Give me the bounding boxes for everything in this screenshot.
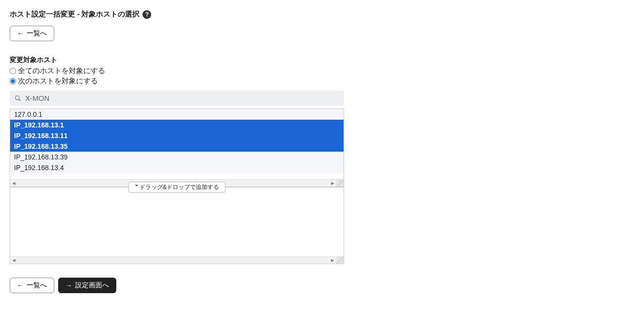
- list-item[interactable]: 127.0.0.1: [10, 109, 344, 120]
- target-hosts-label: 変更対象ホスト: [10, 56, 634, 64]
- arrow-right-icon: →: [65, 282, 72, 289]
- scroll-right-icon[interactable]: ▶: [329, 257, 336, 264]
- list-item[interactable]: IP_192.168.13.1: [10, 120, 344, 130]
- source-listbox-outer: 127.0.0.1IP_192.168.13.1IP_192.168.13.11…: [10, 109, 344, 187]
- svg-point-0: [16, 95, 19, 99]
- scroll-left-icon[interactable]: ◀: [10, 180, 17, 187]
- search-icon: [15, 95, 21, 102]
- help-icon[interactable]: ?: [142, 10, 151, 19]
- dragdrop-pill[interactable]: ˅˅ ドラッグ&ドロップで追加する: [128, 182, 225, 193]
- radio-all-hosts-label: 全てのホストを対象にする: [18, 66, 105, 76]
- list-item[interactable]: IP_192.168.13.35: [10, 141, 344, 152]
- scroll-right-icon[interactable]: ▶: [329, 180, 336, 187]
- back-to-list-label-bottom: 一覧へ: [27, 281, 47, 290]
- svg-line-1: [19, 99, 21, 101]
- source-listbox[interactable]: 127.0.0.1IP_192.168.13.1IP_192.168.13.11…: [10, 109, 344, 179]
- double-chevron-down-icon: ˅˅: [135, 184, 137, 191]
- radio-selected-hosts-row[interactable]: 次のホストを対象にする: [10, 77, 634, 86]
- page-title-row: ホスト設定一括変更 - 対象ホストの選択 ?: [10, 10, 634, 19]
- search-wrap: [10, 91, 344, 106]
- dragdrop-label: ドラッグ&ドロップで追加する: [140, 183, 219, 191]
- arrow-left-icon: ←: [17, 30, 24, 37]
- radio-all-hosts[interactable]: [10, 68, 16, 74]
- radio-selected-hosts[interactable]: [10, 78, 16, 84]
- back-to-list-label-top: 一覧へ: [27, 29, 47, 38]
- to-settings-label: 設定画面へ: [75, 281, 109, 290]
- list-item[interactable]: IP_192.168.13.39: [10, 152, 344, 162]
- radio-selected-hosts-label: 次のホストを対象にする: [18, 77, 98, 86]
- dropzone-hscrollbar[interactable]: ◀ ▶: [10, 256, 344, 264]
- to-settings-button[interactable]: → 設定画面へ: [58, 278, 116, 293]
- footer-buttons: ← 一覧へ → 設定画面へ: [10, 278, 634, 293]
- dropzone-listbox[interactable]: [10, 188, 344, 256]
- back-to-list-button-bottom[interactable]: ← 一覧へ: [10, 278, 54, 293]
- back-to-list-button-top[interactable]: ← 一覧へ: [10, 26, 54, 41]
- page-title-text: ホスト設定一括変更 - 対象ホストの選択: [10, 10, 140, 19]
- radio-all-hosts-row[interactable]: 全てのホストを対象にする: [10, 66, 634, 76]
- scroll-left-icon[interactable]: ◀: [10, 257, 17, 264]
- search-input[interactable]: [24, 94, 339, 103]
- arrow-left-icon: ←: [17, 282, 24, 289]
- list-item[interactable]: IP_192.168.13.11: [10, 130, 344, 141]
- dropzone-outer: ◀ ▶: [10, 187, 344, 264]
- list-item[interactable]: IP_192.168.13.4: [10, 162, 344, 173]
